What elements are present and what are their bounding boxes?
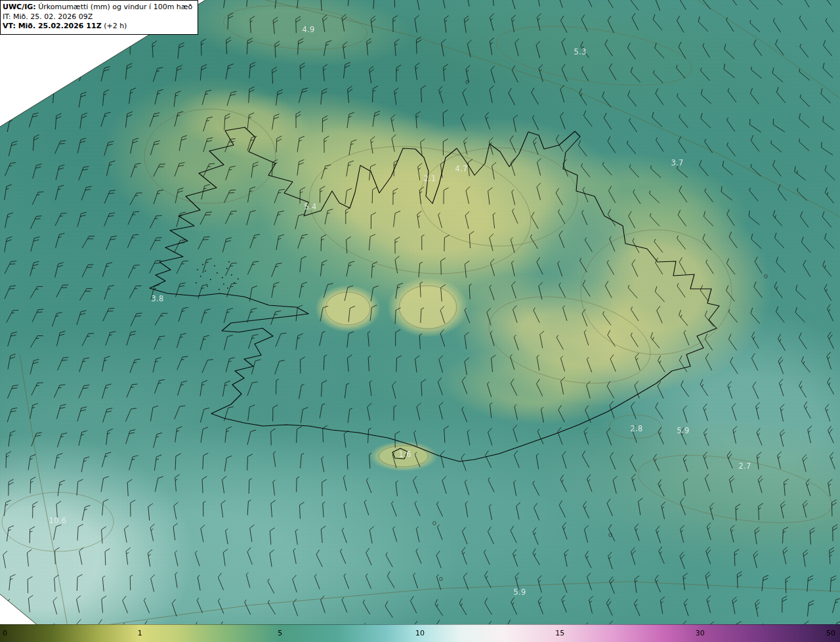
weather-map-viewport: 4.95.33.74.72.15.43.82.85.91.62.710.65.9…: [0, 0, 840, 642]
map-title-box: UWC/IG: Úrkomumætti (mm) og vindur í 100…: [0, 0, 198, 35]
colorbar-tick: 5: [278, 625, 282, 642]
precipitation-colorbar: 01510153050: [0, 624, 840, 642]
precipitation-wind-map-canvas: [0, 0, 840, 642]
colorbar-tick: 1: [138, 625, 142, 642]
title-line: UWC/IG: Úrkomumætti (mm) og vindur í 100…: [3, 3, 192, 12]
init-time-label: IT: Mið. 25. 02. 2026 09Z: [3, 12, 192, 22]
model-id-label: UWC/IG:: [3, 3, 36, 11]
colorbar-tick: 30: [696, 625, 705, 642]
colorbar-tick: 0: [3, 625, 7, 642]
colorbar-tick: 10: [415, 625, 425, 642]
valid-time-line: VT: Mið. 25.02.2026 11Z (+2 h): [3, 22, 192, 32]
valid-time-label: VT: Mið. 25.02.2026 11Z: [3, 22, 102, 30]
colorbar-tick: 50: [826, 625, 835, 642]
colorbar-tick: 15: [555, 625, 564, 642]
map-title: Úrkomumætti (mm) og vindur í 100m hæð: [36, 3, 193, 11]
valid-time-offset: (+2 h): [102, 22, 127, 30]
